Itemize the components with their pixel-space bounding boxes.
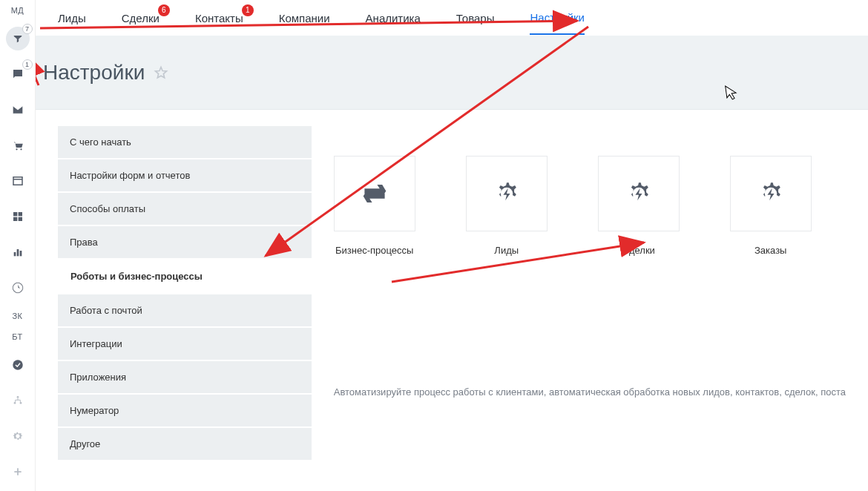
clock-icon: [11, 281, 24, 294]
gear-icon: [12, 430, 24, 442]
rail-sitemap[interactable]: [6, 389, 30, 412]
tab-deals[interactable]: Сделки6: [122, 1, 160, 34]
tile-label: Заказы: [730, 245, 812, 256]
tab-label: Сделки: [122, 12, 160, 24]
rail-initials-1[interactable]: МД: [11, 6, 24, 15]
settings-item[interactable]: Другое: [58, 428, 312, 460]
tab-label: Товары: [456, 12, 495, 24]
tile-row: Бизнес-процессы Лиды Сделки Заказы: [334, 156, 846, 256]
sitemap-icon: [12, 395, 24, 406]
tab-settings[interactable]: Настройки: [530, 1, 585, 35]
svg-rect-8: [13, 252, 16, 256]
rail-funnel-badge: 7: [22, 24, 33, 34]
tile[interactable]: Бизнес-процессы: [334, 156, 415, 256]
tile[interactable]: Лиды: [466, 156, 548, 256]
rail-stats[interactable]: [6, 240, 30, 264]
svg-rect-7: [18, 217, 22, 221]
cart-icon: [11, 139, 24, 152]
page-title-wrap: Настройки: [43, 61, 168, 85]
tab-label: Лиды: [58, 12, 86, 24]
gearbolt-icon: [466, 156, 548, 231]
rail-initials-3[interactable]: БТ: [12, 332, 22, 341]
settings-item[interactable]: Интеграции: [58, 328, 312, 360]
settings-item[interactable]: Права: [58, 226, 312, 258]
rail-funnel[interactable]: 7: [6, 27, 30, 50]
tab-analytics[interactable]: Аналитика: [366, 1, 421, 34]
svg-rect-2: [13, 177, 22, 185]
tile-label: Лиды: [466, 245, 548, 256]
star-icon[interactable]: [154, 65, 168, 80]
page-title: Настройки: [43, 61, 145, 85]
content: С чего начатьНастройки форм и отчетовСпо…: [36, 110, 868, 491]
rail-gear[interactable]: [6, 424, 30, 448]
tile-label: Бизнес-процессы: [334, 245, 415, 256]
tab-label: Настройки: [530, 11, 585, 24]
tile[interactable]: Сделки: [598, 156, 680, 256]
svg-rect-4: [13, 212, 17, 216]
svg-rect-9: [16, 249, 19, 256]
svg-rect-5: [18, 212, 22, 216]
settings-menu: С чего начатьНастройки форм и отчетовСпо…: [58, 126, 312, 491]
tab-label: Аналитика: [366, 12, 421, 24]
left-rail: МД 7 1 ЗК БТ: [0, 0, 36, 491]
hint-text: Автоматизируйте процесс работы с клиента…: [334, 386, 846, 398]
tab-label: Компании: [279, 12, 330, 24]
settings-item[interactable]: С чего начать: [58, 126, 312, 158]
grid-icon: [12, 211, 24, 223]
svg-rect-10: [19, 251, 22, 256]
chat-bubble-icon: [11, 67, 24, 81]
tab-leads[interactable]: Лиды: [58, 1, 86, 34]
svg-point-11: [13, 360, 23, 370]
svg-point-12: [16, 396, 19, 398]
tab-goods[interactable]: Товары: [456, 1, 495, 34]
settings-item[interactable]: Способы оплаты: [58, 193, 312, 225]
settings-item[interactable]: Нумератор: [58, 395, 312, 426]
rail-chat[interactable]: 1: [6, 62, 30, 86]
rail-chat-badge: 1: [22, 59, 33, 70]
settings-item[interactable]: Настройки форм и отчетов: [58, 159, 312, 191]
svg-rect-6: [13, 217, 17, 221]
tile[interactable]: Заказы: [730, 156, 812, 256]
rail-initials-2[interactable]: ЗК: [12, 312, 22, 320]
rail-window[interactable]: [6, 169, 30, 193]
svg-point-13: [13, 402, 16, 404]
tab-companies[interactable]: Компании: [279, 1, 330, 34]
tab-label: Контакты: [195, 12, 243, 24]
cycle-icon: [334, 156, 415, 231]
rail-cart[interactable]: [6, 134, 30, 157]
settings-item[interactable]: Приложения: [58, 361, 312, 393]
right-pane: Бизнес-процессы Лиды Сделки Заказы Автом…: [334, 126, 846, 491]
svg-point-0: [16, 148, 17, 150]
tab-badge: 6: [158, 4, 170, 16]
rail-mail[interactable]: [6, 98, 30, 122]
settings-item[interactable]: Работа с почтой: [58, 294, 312, 326]
svg-point-14: [19, 402, 22, 404]
tab-badge: 1: [242, 4, 254, 16]
gearbolt-icon: [730, 156, 812, 231]
window-icon: [11, 174, 24, 188]
mail-icon: [11, 103, 24, 116]
gearbolt-icon: [598, 156, 680, 231]
rail-check[interactable]: [6, 353, 30, 377]
plus-icon: [13, 467, 23, 477]
rail-add[interactable]: [6, 460, 30, 484]
rail-apps[interactable]: [6, 205, 30, 228]
tile-label: Сделки: [598, 245, 680, 256]
page-head: Настройки: [36, 36, 868, 110]
tab-contacts[interactable]: Контакты1: [195, 1, 243, 34]
top-tabs: Лиды Сделки6 Контакты1 Компании Аналитик…: [36, 0, 868, 36]
svg-point-1: [20, 148, 22, 150]
rail-clock[interactable]: [6, 276, 30, 300]
funnel-icon: [13, 33, 23, 44]
settings-item[interactable]: Роботы и бизнес-процессы: [58, 260, 312, 293]
bar-chart-icon: [12, 246, 24, 258]
check-circle-icon: [11, 358, 24, 372]
